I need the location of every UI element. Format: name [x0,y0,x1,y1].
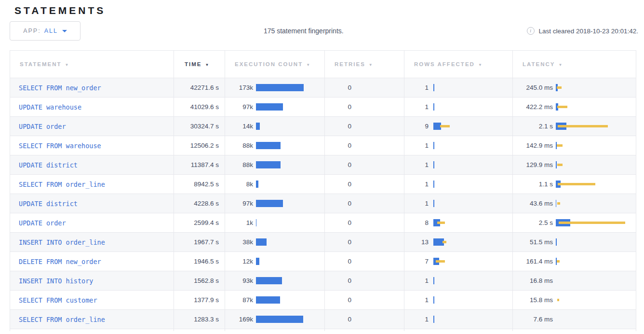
mean-bar [256,200,283,207]
column-header-label: ROWS AFFECTED [414,61,475,67]
time-value: 1946.5 s [174,252,225,271]
cell-value: 245.0 ms [513,84,553,91]
stddev-bar [557,86,562,89]
sort-arrow-icon: ▼ [478,62,483,67]
table-row: SELECT FROM customer1377.9 s87k0115.8 ms [10,291,636,310]
cell-value: 1 [404,84,429,91]
cell-value: 169k [225,316,253,323]
table-row: SELECT FROM new_order42271.6 s173k01245.… [10,78,636,97]
mean-bar [433,316,434,323]
table-header-row: STATEMENT▼TIME▼EXECUTION COUNT▼RETRIES▼R… [10,51,636,78]
statement-link[interactable]: INSERT INTO order_line [19,238,105,246]
cell-value: 2.1 s [513,123,553,130]
mean-bar [256,142,281,149]
mini-barchart [256,117,324,136]
cell-value: 88k [225,142,253,149]
statement-link[interactable]: SELECT FROM warehouse [19,142,101,150]
mini-barchart [556,117,637,136]
column-header-rows_affected[interactable]: ROWS AFFECTED▼ [404,51,513,78]
mini-barchart [433,175,512,194]
stddev-bar [557,106,567,108]
column-header-retries[interactable]: RETRIES▼ [325,51,404,78]
column-header-statement[interactable]: STATEMENT▼ [10,51,174,78]
cell-value: 1 [404,316,429,323]
mean-bar [556,238,557,246]
app-filter-dropdown[interactable]: APP: ALL [10,21,80,41]
cell-value: 1 [404,200,429,207]
statement-link[interactable]: SELECT FROM new_order [19,84,101,92]
column-header-execution_count[interactable]: EXECUTION COUNT▼ [225,51,325,78]
mini-barchart [433,233,512,251]
mean-bar [433,142,434,149]
mean-bar [256,238,267,246]
statement-link[interactable]: UPDATE order [19,219,66,227]
cell-value: 2.5 s [513,219,553,226]
chevron-down-icon [62,30,67,32]
mini-barchart [433,194,512,213]
column-header-latency[interactable]: LATENCY▼ [513,51,637,78]
mean-bar [256,219,256,226]
cell-value: 93k [225,277,253,284]
time-value: 30324.7 s [174,117,225,136]
cell-value: 0 [325,103,351,111]
mean-bar [256,316,303,323]
mini-barchart [556,97,637,116]
mini-barchart [256,175,324,194]
stddev-bar [557,164,563,166]
table-row: DELETE FROM new_order1946.5 s12k07161.4 … [10,252,636,271]
time-value: 1377.9 s [174,291,225,309]
cell-value: 0 [325,123,351,130]
mini-barchart [433,97,512,116]
table-row: UPDATE warehouse41029.6 s97k01422.2 ms [10,97,636,117]
cell-value: 0 [325,84,351,91]
column-header-time[interactable]: TIME▼ [174,51,225,78]
app-filter-label: APP: [23,28,41,34]
sort-arrow-icon: ▼ [558,62,563,67]
mini-barchart [556,155,637,174]
cell-value: 0 [325,316,351,323]
time-value: 1967.7 s [174,233,225,251]
time-value: 2599.4 s [174,213,225,232]
statement-link[interactable]: DELETE FROM new_order [19,258,101,265]
time-value: 1283.3 s [174,310,225,329]
stddev-bar [559,222,625,224]
mean-bar [433,84,434,91]
cell-value: 129.9 ms [513,161,553,168]
mean-bar [256,258,259,265]
mean-bar [256,84,304,91]
mini-barchart [256,194,324,213]
stddev-bar [557,299,559,301]
mean-bar [256,277,282,284]
statement-link[interactable]: UPDATE order [19,123,66,130]
stddev-bar [557,202,560,205]
mini-barchart [256,78,324,97]
statement-link[interactable]: UPDATE district [19,200,78,208]
column-header-label: LATENCY [523,61,555,67]
column-header-label: TIME [185,61,201,67]
cell-value: 1k [225,219,253,226]
statement-link[interactable]: INSERT INTO history [19,277,93,285]
cell-value: 13 [404,238,429,246]
statement-link[interactable]: UPDATE warehouse [19,103,81,111]
cell-value: 0 [325,277,351,284]
statement-link[interactable]: SELECT FROM customer [19,296,97,304]
mean-bar [433,103,434,111]
cell-value: 8k [225,181,253,188]
toolbar: APP: ALL 175 statement fingerprints. i L… [0,21,644,41]
mean-bar [256,103,283,111]
statement-link[interactable]: SELECT FROM order_line [19,181,105,188]
statement-link[interactable]: SELECT FROM order_line [19,316,105,323]
mini-barchart [556,175,637,194]
table-row: UPDATE district11387.4 s88k01129.9 ms [10,155,636,175]
info-icon[interactable]: i [527,27,535,35]
cell-value: 0 [325,238,351,246]
statement-link[interactable]: UPDATE district [19,161,78,169]
cell-value: 1 [404,161,429,168]
cell-value: 8 [404,219,429,226]
stddev-bar [558,183,595,185]
stddev-bar [440,125,450,127]
cell-value: 1 [404,181,429,188]
cell-value: 0 [325,161,351,168]
cell-value: 9 [404,123,429,130]
mini-barchart [256,155,324,174]
